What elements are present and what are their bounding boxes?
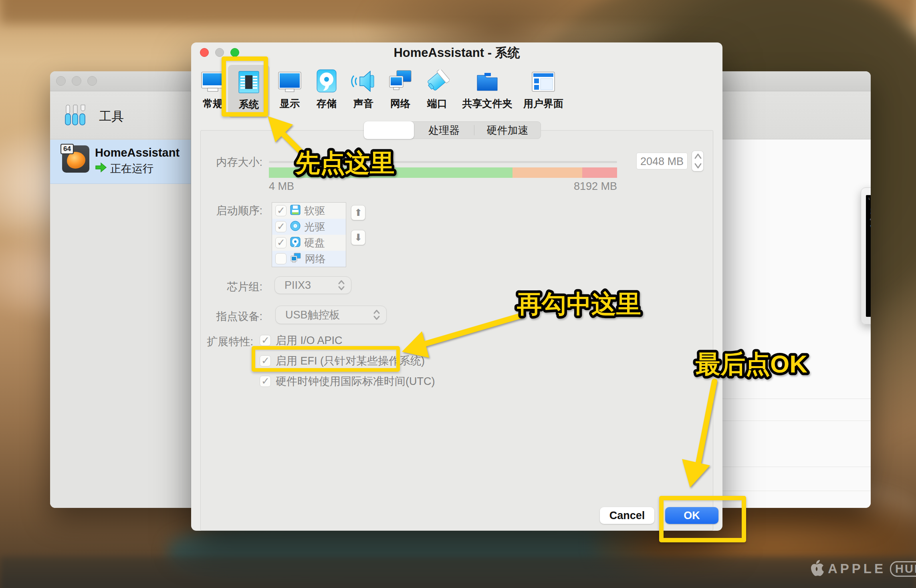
zoom-button[interactable] — [87, 76, 97, 86]
watermark-brand: APPLE — [828, 561, 886, 576]
chipset-label: 芯片组: — [191, 280, 262, 294]
memory-size-label: 内存大小: — [191, 155, 262, 169]
boot-order-list: 软驱 光驱 硬盘 网络 — [272, 202, 346, 267]
highlight-box-ok — [659, 496, 746, 542]
harddisk-checkbox[interactable] — [275, 237, 287, 248]
user-interface-icon — [531, 67, 556, 93]
harddisk-icon — [290, 237, 301, 249]
memory-min-label: 4 MB — [269, 180, 294, 193]
optical-disc-icon — [290, 221, 301, 233]
memory-slider-knob[interactable] — [351, 157, 362, 167]
boot-item-optical[interactable]: 光驱 — [272, 219, 346, 235]
pointing-device-dropdown[interactable]: USB触控板 — [275, 306, 387, 324]
memory-range-bar — [269, 167, 617, 178]
minimize-button[interactable] — [72, 76, 81, 86]
utc-clock-checkbox[interactable] — [260, 376, 271, 387]
tools-icon — [63, 103, 89, 130]
minimize-button[interactable] — [215, 48, 224, 57]
system-tabs: 处理器 硬件加速 — [364, 121, 541, 139]
memory-stepper[interactable] — [692, 151, 704, 171]
toolbar-item-storage[interactable]: 存储 — [308, 67, 345, 116]
toolbar-item-shared-folders[interactable]: 共享文件夹 — [457, 67, 517, 116]
io-apic-checkbox[interactable] — [260, 335, 271, 346]
network-icon — [388, 67, 413, 93]
close-button[interactable] — [56, 76, 66, 86]
boot-item-floppy[interactable]: 软驱 — [272, 203, 346, 219]
watermark-badge: HUB — [890, 561, 916, 577]
toolbar-item-ports[interactable]: 端口 — [419, 67, 456, 116]
shared-folders-icon — [475, 67, 500, 93]
vm-name: HomeAssistant — [95, 146, 180, 159]
pointing-device-label: 指点设备: — [191, 309, 262, 324]
feature-utc-clock[interactable]: 硬件时钟使用国际标准时间(UTC) — [260, 374, 435, 389]
running-arrow-icon — [95, 162, 107, 175]
zoom-button[interactable] — [230, 48, 239, 57]
floppy-icon — [290, 205, 301, 217]
vm-os-icon: 64 — [62, 145, 89, 173]
feature-io-apic[interactable]: 启用 I/O APIC — [260, 333, 343, 348]
memory-max-label: 8192 MB — [569, 180, 617, 193]
boot-item-harddisk[interactable]: 硬盘 — [272, 235, 346, 251]
sidebar-item-tools[interactable]: 工具 — [50, 91, 191, 139]
vm-arch-badge: 64 — [61, 144, 74, 154]
vm-console-screen: l to be ready... ,A. .s:S:l. .:l: :AsS$S… — [866, 195, 871, 317]
boot-move-up-button[interactable]: ⬆ — [351, 205, 365, 220]
toolbar-item-network[interactable]: 网络 — [382, 67, 419, 116]
dialog-title: HomeAssistant - 系统 — [191, 42, 722, 63]
chevron-up-down-icon — [337, 278, 345, 292]
vm-preview-panel: l to be ready... ,A. .s:S:l. .:l: :AsS$S… — [861, 187, 871, 324]
boot-move-down-button[interactable]: ⬇ — [351, 230, 365, 245]
highlight-box-efi — [252, 346, 400, 372]
tab-processor[interactable]: 处理器 — [414, 121, 474, 139]
cancel-button[interactable]: Cancel — [600, 507, 654, 524]
apple-logo-icon — [809, 560, 824, 578]
watermark: APPLE HUB — [809, 560, 916, 578]
network-small-icon — [290, 253, 301, 265]
toolbar-item-display[interactable]: 显示 — [271, 67, 308, 116]
chevron-up-down-icon — [373, 308, 381, 322]
audio-icon — [351, 67, 376, 93]
memory-value-field[interactable]: 2048 MB — [636, 153, 688, 169]
storage-icon — [316, 67, 337, 93]
chipset-dropdown[interactable]: PIIX3 — [274, 276, 351, 294]
tab-acceleration[interactable]: 硬件加速 — [474, 121, 541, 139]
floppy-checkbox[interactable] — [275, 205, 287, 216]
network-checkbox[interactable] — [275, 253, 287, 264]
boot-order-label: 启动顺序: — [191, 203, 262, 218]
close-button[interactable] — [200, 48, 209, 57]
sidebar-tools-label: 工具 — [99, 108, 124, 125]
highlight-box-system-tab — [222, 56, 268, 117]
vm-list-sidebar: 工具 64 HomeAssistant 正在运行 — [50, 91, 191, 508]
console-text: l to be ready... ,A. .s:S:l. .:l: :AsS$S… — [868, 197, 871, 259]
extended-features-label: 扩展特性: — [191, 334, 253, 349]
vm-status: 正在运行 — [110, 161, 153, 176]
desktop: 工具 64 HomeAssistant 正在运行 — [0, 0, 916, 588]
ports-icon — [425, 67, 450, 93]
boot-item-network[interactable]: 网络 — [272, 251, 346, 267]
memory-slider[interactable] — [269, 161, 617, 163]
sidebar-item-homeassistant-vm[interactable]: 64 HomeAssistant 正在运行 — [50, 140, 191, 184]
vm-settings-dialog: HomeAssistant - 系统 常规 系统 显示 — [191, 42, 722, 531]
optical-checkbox[interactable] — [275, 221, 287, 232]
toolbar-item-user-interface[interactable]: 用户界面 — [517, 67, 569, 116]
tab-motherboard[interactable] — [364, 121, 414, 139]
display-icon — [277, 67, 302, 93]
toolbar-item-audio[interactable]: 声音 — [345, 67, 382, 116]
